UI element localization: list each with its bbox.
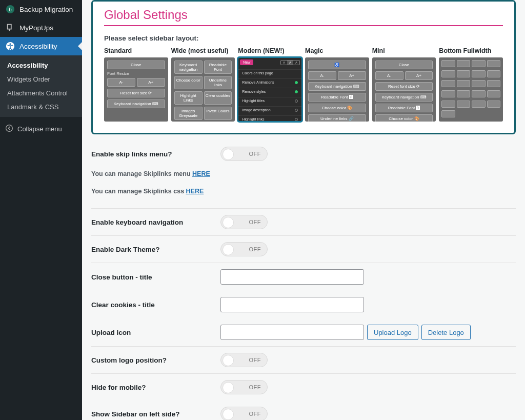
layout-thumb-modern: New AAA Colors on this page Remove Anima… xyxy=(238,57,302,122)
sidebar-item-accessibility[interactable]: Accessibility xyxy=(0,37,82,55)
settings-form: Enable skip links menu? OFF You can mana… xyxy=(91,141,516,420)
label-hide-mobile: Hide for mobile? xyxy=(91,374,220,401)
thumb-button: Underline links xyxy=(204,76,232,89)
popups-icon xyxy=(5,23,15,33)
toggle-knob xyxy=(223,355,234,366)
upload-logo-button[interactable]: Upload Logo xyxy=(367,325,418,340)
accessibility-icon xyxy=(5,41,15,51)
submenu-widgets-order[interactable]: Widgets Order xyxy=(0,72,82,86)
skiplinks-menu-link[interactable]: HERE xyxy=(192,170,210,177)
layout-thumb-standard: Close Font Resize A- A+ Reset font size … xyxy=(104,57,168,122)
toggle-knob xyxy=(223,217,234,228)
sidebar-item-backup-migration[interactable]: b Backup Migration xyxy=(0,0,82,18)
sidebar-item-label: Backup Migration xyxy=(19,6,73,13)
layout-name: Bottom Fullwidth xyxy=(439,47,503,54)
toggle-state: OFF xyxy=(249,384,261,390)
toggle-hide-mobile[interactable]: OFF xyxy=(220,380,268,394)
layout-name: Standard xyxy=(104,47,168,54)
submenu-attachments-control[interactable]: Attachments Control xyxy=(0,86,82,100)
layout-thumb-bottom xyxy=(439,57,503,122)
thumb-button: Choose color 🎨 xyxy=(308,104,366,112)
label-keyboard-nav: Enable keyboard navigation xyxy=(91,209,220,236)
sidebar-item-label: Accessibility xyxy=(19,43,57,50)
thumb-button: Reset font size ⟳ xyxy=(375,82,433,91)
layout-option-magic[interactable]: Magic ♿ A- A+ Keyboard navigation ⌨ Read… xyxy=(305,47,369,122)
toggle-state: OFF xyxy=(249,246,261,252)
svg-point-3 xyxy=(9,43,11,45)
input-clear-title[interactable] xyxy=(220,297,364,312)
thumb-button: Keyboard navigation xyxy=(174,61,203,74)
label-close-title: Close button - title xyxy=(91,263,220,291)
toggle-knob xyxy=(223,244,234,255)
thumb-button: Keyboard navigation ⌨ xyxy=(107,99,165,108)
collapse-icon xyxy=(5,124,13,134)
layout-name: Wide (most useful) xyxy=(171,47,235,54)
layout-option-modern[interactable]: Modern (NEW!) New AAA Colors on this pag… xyxy=(238,47,302,122)
toggle-state: OFF xyxy=(249,151,261,157)
layout-option-mini[interactable]: Mini Close A- A+ Reset font size ⟳ Keybo… xyxy=(372,47,436,122)
layout-option-standard[interactable]: Standard Close Font Resize A- A+ Reset f… xyxy=(104,47,168,122)
thumb-button: Close xyxy=(375,61,433,69)
thumb-segment: AAA xyxy=(280,60,300,65)
label-skip-links: Enable skip links menu? xyxy=(91,141,220,167)
thumb-line: Remove Animations xyxy=(238,78,302,86)
main-content: Global Settings Please select sidebar la… xyxy=(82,0,525,420)
layout-thumb-wide: Keyboard navigationReadable Font Choose … xyxy=(171,57,235,122)
thumb-cell xyxy=(487,90,500,97)
thumb-button: Choose color xyxy=(174,76,203,89)
thumb-line: Image description xyxy=(238,106,302,113)
submenu-accessibility[interactable]: Accessibility xyxy=(0,58,82,72)
thumb-button: A- xyxy=(308,71,336,80)
input-upload-icon[interactable] xyxy=(220,325,364,340)
thumb-button: Underline links 🔗 xyxy=(308,114,366,122)
collapse-menu[interactable]: Collapse menu xyxy=(0,119,82,139)
thumb-button: Clear cookies xyxy=(204,91,232,105)
layout-option-bottom-fullwidth[interactable]: Bottom Fullwidth xyxy=(439,47,503,122)
skiplinks-css-link[interactable]: HERE xyxy=(186,188,204,195)
layout-thumb-magic: ♿ A- A+ Keyboard navigation ⌨ Readable F… xyxy=(305,57,369,122)
toggle-keyboard-nav[interactable]: OFF xyxy=(220,215,268,229)
delete-logo-button[interactable]: Delete Logo xyxy=(421,325,471,340)
toggle-state: OFF xyxy=(249,219,261,225)
toggle-skip-links[interactable]: OFF xyxy=(220,147,268,161)
layout-name: Magic xyxy=(305,47,369,54)
layout-thumb-mini: Close A- A+ Reset font size ⟳ Keyboard n… xyxy=(372,57,436,122)
thumb-cell xyxy=(457,60,470,67)
thumb-pill: New xyxy=(240,59,253,65)
toggle-custom-logo[interactable]: OFF xyxy=(220,353,268,367)
thumb-cell xyxy=(487,70,500,77)
thumb-cell xyxy=(472,90,485,97)
layout-prompt: Please select sidebar layout: xyxy=(104,34,503,42)
thumb-cell xyxy=(487,101,500,108)
thumb-cell xyxy=(472,60,485,67)
sidebar-item-mypopups[interactable]: MyPopUps xyxy=(0,18,82,37)
layout-name: Mini xyxy=(372,47,436,54)
thumb-cell xyxy=(472,101,485,108)
toggle-knob xyxy=(223,149,234,160)
layout-option-wide[interactable]: Wide (most useful) Keyboard navigationRe… xyxy=(171,47,235,122)
toggle-left-side[interactable]: OFF xyxy=(220,407,268,420)
thumb-cell xyxy=(457,80,470,87)
thumb-cell xyxy=(441,60,455,67)
thumb-button: A+ xyxy=(405,71,433,80)
toggle-state: OFF xyxy=(249,357,261,363)
thumb-button: Invert Colors xyxy=(204,107,232,120)
toggle-dark-theme[interactable]: OFF xyxy=(220,242,268,256)
thumb-button: Keyboard navigation ⌨ xyxy=(308,82,366,91)
thumb-line: Colors on this page xyxy=(238,69,302,76)
input-close-title[interactable] xyxy=(220,269,364,285)
thumb-cell xyxy=(472,80,485,87)
toggle-knob xyxy=(223,409,234,420)
submenu-landmark-css[interactable]: Landmark & CSS xyxy=(0,100,82,114)
thumb-button: A- xyxy=(375,71,403,80)
global-settings-panel: Global Settings Please select sidebar la… xyxy=(91,0,516,134)
thumb-button: Readable Font xyxy=(204,61,232,74)
thumb-cell xyxy=(472,70,485,77)
admin-sidebar: b Backup Migration MyPopUps Accessibilit… xyxy=(0,0,82,420)
thumb-cell xyxy=(441,90,455,97)
thumb-button: Close xyxy=(107,61,165,69)
thumb-line: Highlight links xyxy=(238,115,302,122)
thumb-button: Highlight Links xyxy=(174,91,203,105)
thumb-button: ♿ xyxy=(308,61,366,69)
label-custom-logo: Custom logo position? xyxy=(91,347,220,374)
